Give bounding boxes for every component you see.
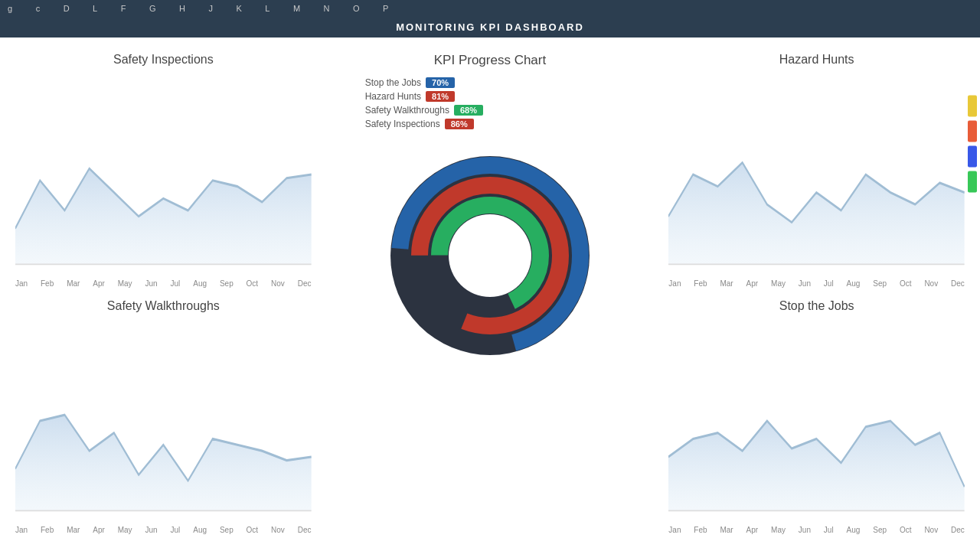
hazard-hunts-chart: Hazard Hunts Jan Feb Mar Apr May Jun — [653, 45, 980, 292]
svg-point-6 — [449, 214, 531, 297]
legend-hazard-hunts: Hazard Hunts 81% — [365, 91, 483, 102]
svg-marker-9 — [15, 415, 312, 510]
legend-badge-safety-walkthroughs: 68% — [454, 105, 483, 116]
hazard-hunts-area — [668, 73, 965, 276]
legend-bar-2 — [968, 120, 977, 142]
donut-chart — [375, 141, 605, 370]
legend-bar-1 — [968, 95, 977, 116]
nav-item[interactable]: G — [149, 4, 156, 13]
header-title: MONITORING KPI DASHBOARD — [396, 21, 584, 33]
nav-item[interactable]: O — [353, 4, 360, 13]
nav-item[interactable]: K — [236, 4, 242, 13]
nav-item[interactable]: H — [179, 4, 185, 13]
safety-walkthroughs-x-axis: Jan Feb Mar Apr May Jun Jul Aug Sep Oct … — [15, 526, 312, 534]
safety-inspections-x-axis: Jan Feb Mar Apr May Jun Jul Aug Sep Oct … — [15, 279, 312, 288]
hazard-hunts-title: Hazard Hunts — [779, 53, 854, 67]
nav-item[interactable]: M — [293, 4, 301, 13]
safety-inspections-chart: Safety Inspections Jan Feb Mar Apr May J… — [0, 45, 327, 292]
safety-walkthroughs-area — [15, 319, 312, 523]
nav-item[interactable]: P — [383, 4, 389, 13]
safety-walkthroughs-chart: Safety Walkthroughs Jan Feb Mar Apr May … — [0, 292, 327, 538]
safety-inspections-title: Safety Inspections — [113, 53, 214, 67]
legend-badge-stop-jobs: 70% — [426, 77, 455, 88]
top-nav: g c D L F G H J K L M N O P — [0, 0, 980, 17]
kpi-legend: Stop the Jobs 70% Hazard Hunts 81% Safet… — [365, 77, 483, 129]
legend-label-safety-walkthroughs: Safety Walkthroughs — [365, 105, 449, 116]
legend-badge-hazard-hunts: 81% — [426, 91, 455, 102]
nav-item[interactable]: c — [36, 4, 41, 13]
legend-bar-4 — [968, 171, 977, 192]
nav-item[interactable]: D — [64, 4, 70, 13]
dashboard-body: Safety Inspections Jan Feb Mar Apr May J… — [0, 37, 980, 546]
safety-inspections-area — [15, 73, 312, 276]
nav-item[interactable]: L — [265, 4, 270, 13]
stop-the-jobs-area — [668, 319, 965, 523]
dashboard-header: MONITORING KPI DASHBOARD — [0, 17, 980, 37]
legend-label-safety-inspections: Safety Inspections — [365, 119, 440, 129]
svg-marker-0 — [15, 168, 312, 264]
legend-bar-3 — [968, 145, 977, 167]
svg-marker-7 — [668, 162, 965, 264]
nav-item[interactable]: F — [121, 4, 126, 13]
stop-the-jobs-x-axis: Jan Feb Mar Apr May Jun Jul Aug Sep Oct … — [668, 526, 965, 534]
legend-label-hazard-hunts: Hazard Hunts — [365, 91, 421, 102]
stop-the-jobs-title: Stop the Jobs — [779, 299, 854, 313]
stop-the-jobs-chart: Stop the Jobs Jan Feb Mar Apr May Jun — [653, 292, 980, 538]
nav-item[interactable]: g — [8, 4, 13, 13]
legend-stop-jobs: Stop the Jobs 70% — [365, 77, 483, 88]
legend-safety-inspections: Safety Inspections 86% — [365, 119, 483, 129]
safety-walkthroughs-title: Safety Walkthroughs — [107, 299, 220, 313]
legend-badge-safety-inspections: 86% — [445, 119, 474, 129]
legend-safety-walkthroughs: Safety Walkthroughs 68% — [365, 105, 483, 116]
nav-item[interactable]: L — [93, 4, 98, 13]
nav-item[interactable]: J — [208, 4, 213, 13]
hazard-hunts-x-axis: Jan Feb Mar Apr May Jun Jul Aug Sep Oct … — [668, 279, 965, 288]
legend-label-stop-jobs: Stop the Jobs — [365, 77, 421, 88]
kpi-title: KPI Progress Chart — [434, 53, 546, 68]
nav-item[interactable]: N — [324, 4, 330, 13]
kpi-chart: KPI Progress Chart Stop the Jobs 70% Haz… — [327, 45, 654, 538]
